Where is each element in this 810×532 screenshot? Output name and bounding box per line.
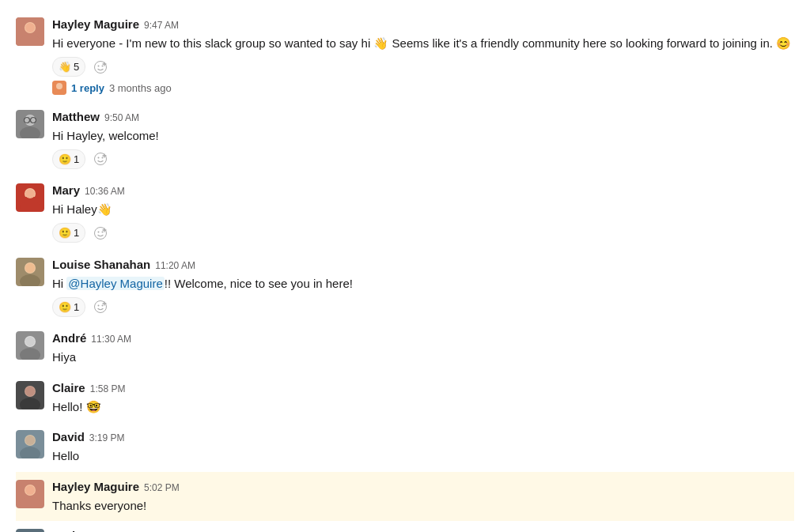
message-text: Hello <box>52 447 794 466</box>
message-text: Hi Haley👋 <box>52 201 794 219</box>
svg-point-47 <box>25 337 35 346</box>
message-text: Hi @Hayley Maguire!! Welcome, nice to se… <box>52 275 794 293</box>
sender-name: Mary <box>52 182 80 199</box>
add-reaction-button[interactable] <box>90 57 111 77</box>
message-content: André 11:30 AM Hiya <box>52 330 794 367</box>
svg-point-32 <box>102 231 104 232</box>
add-reaction-button[interactable] <box>90 223 111 243</box>
svg-point-21 <box>98 157 100 159</box>
message-header: Claire 1:58 PM <box>52 379 794 397</box>
message-content: Mary 10:36 AM Hi Haley👋 🙂 1 <box>52 182 794 243</box>
reaction-wave[interactable]: 👋 5 <box>52 57 85 77</box>
svg-point-29 <box>25 189 35 198</box>
message-content: Claire 1:58 PM Hello! 🤓 <box>52 379 794 417</box>
message-header: André 11:30 AM <box>52 330 794 347</box>
reply-avatar <box>52 81 66 95</box>
svg-point-10 <box>56 83 62 89</box>
message-text: Hi everyone - I'm new to this slack grou… <box>52 35 794 53</box>
svg-point-59 <box>25 485 35 495</box>
reactions: 🙂 1 <box>52 223 794 243</box>
sender-name: Claire <box>52 379 85 397</box>
svg-point-40 <box>98 305 100 307</box>
reaction-smile[interactable]: 🙂 1 <box>52 149 85 169</box>
avatar <box>16 17 44 46</box>
svg-point-51 <box>25 387 35 396</box>
message-text: Hi Hayley, welcome! <box>52 127 794 145</box>
timestamp: 11:20 AM <box>155 259 195 274</box>
message-group: Claire 1:58 PM Hello! 🤓 <box>16 373 794 423</box>
avatar <box>16 110 44 138</box>
sender-name: André <box>52 330 86 347</box>
timestamp: 1:58 PM <box>90 383 126 397</box>
message-header: Hayley Maguire 5:02 PM <box>52 478 794 496</box>
message-content: Hayley Maguire 9:47 AM Hi everyone - I'm… <box>52 16 794 96</box>
message-group: Andrew Monro 8:15 PM Hullo! <box>16 521 794 532</box>
message-content: Matthew 9:50 AM Hi Hayley, welcome! 🙂 1 <box>52 108 794 170</box>
message-content: David 3:19 PM Hello <box>52 428 794 466</box>
svg-point-5 <box>98 65 100 66</box>
avatar <box>16 480 44 508</box>
timestamp: 3:19 PM <box>89 432 125 446</box>
message-content: Hayley Maguire 5:02 PM Thanks everyone! <box>52 478 794 515</box>
timestamp: 9:50 AM <box>104 111 139 126</box>
svg-point-41 <box>102 305 104 307</box>
sender-name: Hayley Maguire <box>52 478 139 496</box>
sender-name: Matthew <box>52 108 100 126</box>
message-text: Hiya <box>52 349 794 367</box>
svg-point-6 <box>102 65 104 66</box>
mention: @Hayley Maguire <box>66 277 164 290</box>
add-reaction-button[interactable] <box>90 149 111 169</box>
message-content: Andrew Monro 8:15 PM Hullo! <box>52 527 794 532</box>
sender-name: David <box>52 428 85 446</box>
svg-point-22 <box>102 157 104 159</box>
svg-point-31 <box>98 231 100 232</box>
message-group: Hayley Maguire 9:47 AM Hi everyone - I'm… <box>16 9 794 102</box>
avatar <box>16 381 44 409</box>
message-group: Mary 10:36 AM Hi Haley👋 🙂 1 <box>16 175 794 250</box>
sender-name: Hayley Maguire <box>52 16 139 33</box>
svg-point-55 <box>25 436 35 445</box>
svg-point-38 <box>25 263 35 273</box>
timestamp: 10:36 AM <box>85 185 125 199</box>
message-group: André 11:30 AM Hiya <box>16 323 794 373</box>
message-text: Hello! 🤓 <box>52 398 794 417</box>
svg-rect-60 <box>16 529 44 532</box>
sender-name: Louise Shanahan <box>52 256 150 274</box>
message-content: Louise Shanahan 11:20 AM Hi @Hayley Magu… <box>52 256 794 318</box>
avatar <box>16 529 44 532</box>
avatar <box>16 430 44 458</box>
reactions: 🙂 1 <box>52 149 794 169</box>
reactions: 👋 5 <box>52 57 794 77</box>
message-text: Thanks everyone! <box>52 497 794 515</box>
reaction-smile[interactable]: 🙂 1 <box>52 297 85 317</box>
message-header: Louise Shanahan 11:20 AM <box>52 256 794 274</box>
reactions: 🙂 1 <box>52 296 794 317</box>
message-header: Hayley Maguire 9:47 AM <box>52 16 794 33</box>
message-header: David 3:19 PM <box>52 428 794 446</box>
reply-time: 3 months ago <box>109 81 172 96</box>
message-group: Louise Shanahan 11:20 AM Hi @Hayley Magu… <box>16 250 794 324</box>
avatar <box>16 183 44 212</box>
add-reaction-button[interactable] <box>90 296 111 317</box>
message-header: Matthew 9:50 AM <box>52 108 794 126</box>
message-group: David 3:19 PM Hello <box>16 422 794 472</box>
avatar <box>16 331 44 360</box>
timestamp: 9:47 AM <box>144 19 179 33</box>
chat-container: Hayley Maguire 9:47 AM Hi everyone - I'm… <box>0 0 810 532</box>
reaction-smile[interactable]: 🙂 1 <box>52 223 85 243</box>
svg-point-3 <box>25 23 35 32</box>
message-group-highlighted: Hayley Maguire 5:02 PM Thanks everyone! <box>16 472 794 522</box>
message-header: Mary 10:36 AM <box>52 182 794 199</box>
avatar <box>16 258 44 286</box>
reply-link[interactable]: 1 reply <box>71 81 104 96</box>
message-header: Andrew Monro 8:15 PM <box>52 527 794 532</box>
timestamp: 5:02 PM <box>144 481 180 496</box>
timestamp: 11:30 AM <box>91 333 131 347</box>
sender-name: Andrew Monro <box>52 527 135 532</box>
reply-thread: 1 reply 3 months ago <box>52 81 794 96</box>
message-group: Matthew 9:50 AM Hi Hayley, welcome! 🙂 1 <box>16 102 794 176</box>
